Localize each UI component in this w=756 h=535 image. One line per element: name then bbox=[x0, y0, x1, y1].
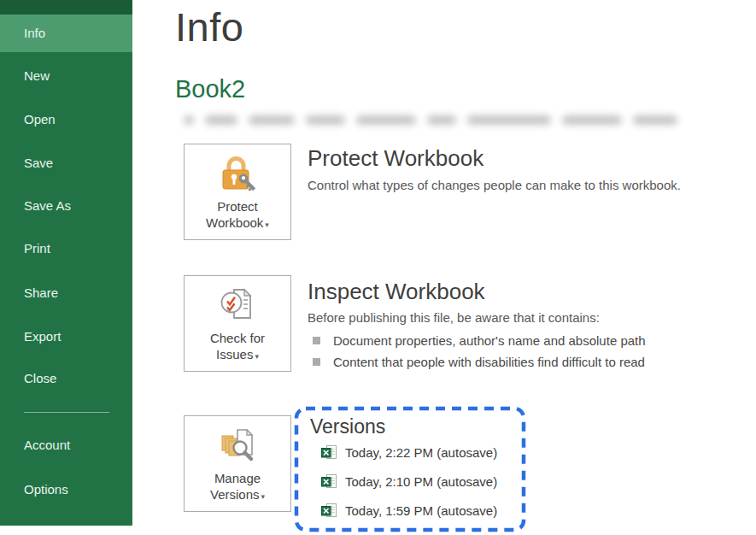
sidebar-item-account[interactable]: Account bbox=[0, 437, 132, 454]
excel-file-icon bbox=[321, 502, 338, 519]
dropdown-caret-icon: ▾ bbox=[265, 220, 269, 229]
sidebar-item-close[interactable]: Close bbox=[0, 370, 132, 387]
sidebar-item-options[interactable]: Options bbox=[0, 481, 132, 498]
inspect-bullet-item: Document properties, author's name and a… bbox=[313, 333, 646, 348]
excel-file-icon bbox=[321, 473, 338, 490]
dropdown-caret-icon: ▾ bbox=[261, 492, 266, 501]
version-item[interactable]: Today, 1:59 PM (autosave) bbox=[321, 502, 497, 519]
sidebar-item-open[interactable]: Open bbox=[0, 111, 132, 128]
blurred-file-path bbox=[184, 112, 739, 129]
version-item[interactable]: Today, 2:22 PM (autosave) bbox=[321, 444, 497, 461]
check-for-issues-button-label: Check for Issues▾ bbox=[210, 330, 265, 365]
sidebar-divider bbox=[24, 412, 109, 413]
sidebar-item-share[interactable]: Share bbox=[0, 285, 132, 302]
sidebar-item-print[interactable]: Print bbox=[0, 240, 132, 257]
bullet-square-icon bbox=[313, 337, 320, 344]
protect-workbook-description: Control what types of changes people can… bbox=[308, 178, 681, 192]
backstage-sidebar: Info New Open Save Save As Print Share E… bbox=[0, 0, 132, 526]
inspect-workbook-description: Before publishing this file, be aware th… bbox=[308, 310, 600, 325]
versions-heading: Versions bbox=[310, 415, 385, 438]
sidebar-item-info[interactable]: Info bbox=[0, 25, 132, 42]
dropdown-caret-icon: ▾ bbox=[255, 352, 259, 361]
sidebar-item-save[interactable]: Save bbox=[0, 155, 132, 172]
lock-key-icon bbox=[217, 151, 258, 196]
bullet-square-icon bbox=[313, 358, 320, 366]
sidebar-item-export[interactable]: Export bbox=[0, 328, 132, 345]
sidebar-item-save-as[interactable]: Save As bbox=[0, 197, 132, 215]
protect-workbook-button-label: Protect Workbook▾ bbox=[206, 198, 269, 233]
excel-file-icon bbox=[321, 444, 338, 461]
excel-backstage-info-view: Info New Open Save Save As Print Share E… bbox=[0, 0, 756, 535]
inspect-workbook-heading: Inspect Workbook bbox=[308, 279, 485, 305]
manage-versions-button[interactable]: Manage Versions▾ bbox=[184, 415, 291, 512]
page-title: Info bbox=[175, 3, 243, 50]
inspect-document-icon bbox=[217, 283, 258, 327]
manage-versions-icon bbox=[217, 423, 258, 467]
manage-versions-button-label: Manage Versions▾ bbox=[210, 470, 265, 505]
protect-workbook-button[interactable]: Protect Workbook▾ bbox=[184, 144, 291, 240]
workbook-name: Book2 bbox=[175, 75, 245, 103]
version-item[interactable]: Today, 2:10 PM (autosave) bbox=[321, 473, 497, 490]
protect-workbook-heading: Protect Workbook bbox=[308, 145, 483, 172]
check-for-issues-button[interactable]: Check for Issues▾ bbox=[184, 275, 291, 372]
sidebar-top-strip bbox=[0, 0, 132, 15]
sidebar-item-new[interactable]: New bbox=[0, 68, 132, 85]
inspect-bullet-item: Content that people with disabilities fi… bbox=[313, 355, 645, 369]
